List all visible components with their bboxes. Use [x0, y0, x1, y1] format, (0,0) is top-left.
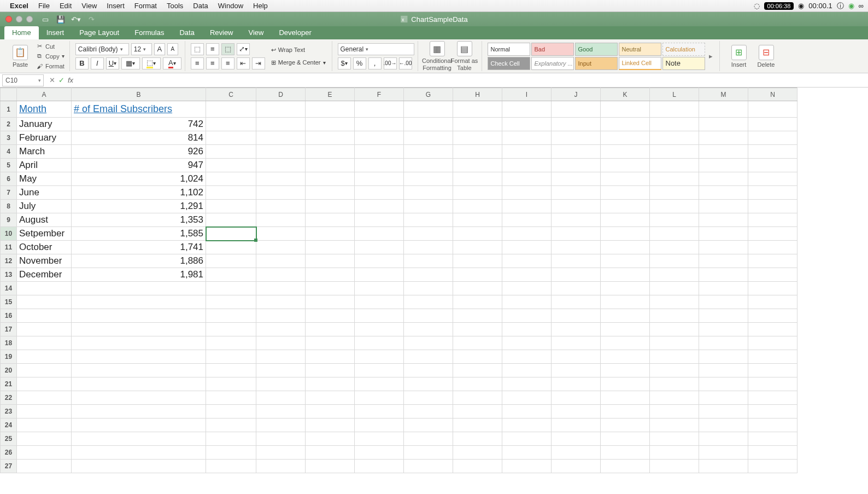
- cell-E17[interactable]: [306, 323, 355, 336]
- fill-handle[interactable]: [254, 239, 257, 242]
- enter-formula-icon[interactable]: ✓: [58, 76, 64, 84]
- cell-A22[interactable]: [17, 391, 72, 405]
- cell-D27[interactable]: [256, 460, 306, 473]
- cell-C9[interactable]: [206, 213, 256, 227]
- cell-F14[interactable]: [355, 282, 404, 295]
- cell-K5[interactable]: [601, 159, 650, 172]
- cell-I25[interactable]: [502, 432, 552, 446]
- cell-B19[interactable]: [72, 350, 206, 364]
- cell-G11[interactable]: [404, 241, 453, 254]
- cell-N25[interactable]: [748, 432, 797, 446]
- cell-F16[interactable]: [355, 309, 404, 323]
- cell-C16[interactable]: [206, 309, 256, 323]
- cell-M17[interactable]: [699, 323, 748, 336]
- cell-N9[interactable]: [748, 213, 797, 227]
- cell-E22[interactable]: [306, 391, 355, 405]
- cell-D14[interactable]: [256, 282, 306, 295]
- align-bottom-button[interactable]: ⬚: [221, 43, 234, 55]
- style-neutral[interactable]: Neutral: [619, 43, 661, 56]
- row-header-18[interactable]: 18: [1, 336, 17, 350]
- increase-decimal-button[interactable]: .00→: [384, 57, 397, 69]
- cell-M11[interactable]: [699, 241, 748, 254]
- row-header-21[interactable]: 21: [1, 377, 17, 391]
- cell-G9[interactable]: [404, 213, 453, 227]
- row-header-17[interactable]: 17: [1, 323, 17, 336]
- col-header-C[interactable]: C: [206, 88, 256, 101]
- cell-G21[interactable]: [404, 377, 453, 391]
- cell-A17[interactable]: [17, 323, 72, 336]
- percent-button[interactable]: %: [353, 57, 366, 69]
- cell-I14[interactable]: [502, 282, 552, 295]
- row-header-5[interactable]: 5: [1, 159, 17, 172]
- align-right-button[interactable]: ≡: [221, 57, 234, 69]
- cell-C7[interactable]: [206, 186, 256, 200]
- cell-B24[interactable]: [72, 419, 206, 432]
- cell-N13[interactable]: [748, 268, 797, 282]
- row-header-11[interactable]: 11: [1, 241, 17, 254]
- cell-B10[interactable]: 1,585: [72, 227, 206, 241]
- cell-H12[interactable]: [453, 254, 502, 268]
- cell-B20[interactable]: [72, 364, 206, 377]
- cell-M5[interactable]: [699, 159, 748, 172]
- row-header-9[interactable]: 9: [1, 213, 17, 227]
- cell-A10[interactable]: Setpember: [17, 227, 72, 241]
- col-header-B[interactable]: B: [72, 88, 206, 101]
- cell-K21[interactable]: [601, 377, 650, 391]
- cell-B2[interactable]: 742: [72, 118, 206, 131]
- cell-K25[interactable]: [601, 432, 650, 446]
- cell-F25[interactable]: [355, 432, 404, 446]
- cell-E21[interactable]: [306, 377, 355, 391]
- cell-F9[interactable]: [355, 213, 404, 227]
- menu-data[interactable]: Data: [193, 2, 208, 10]
- zoom-window[interactable]: [26, 16, 33, 22]
- cell-H27[interactable]: [453, 460, 502, 473]
- cell-D20[interactable]: [256, 364, 306, 377]
- style-check-cell[interactable]: Check Cell: [488, 57, 530, 70]
- font-size-select[interactable]: 12▾: [131, 43, 152, 55]
- cell-C10[interactable]: [206, 227, 256, 241]
- copy-button[interactable]: ⧉Copy▾: [34, 52, 66, 61]
- cell-M25[interactable]: [699, 432, 748, 446]
- cell-D15[interactable]: [256, 295, 306, 309]
- cell-J14[interactable]: [552, 282, 601, 295]
- cell-D5[interactable]: [256, 159, 306, 172]
- cell-D19[interactable]: [256, 350, 306, 364]
- cell-B3[interactable]: 814: [72, 131, 206, 145]
- row-header-4[interactable]: 4: [1, 145, 17, 159]
- cell-E8[interactable]: [306, 200, 355, 213]
- row-header-27[interactable]: 27: [1, 460, 17, 473]
- cell-B16[interactable]: [72, 309, 206, 323]
- cell-K11[interactable]: [601, 241, 650, 254]
- col-header-D[interactable]: D: [256, 88, 306, 101]
- cell-A26[interactable]: [17, 446, 72, 460]
- cell-J21[interactable]: [552, 377, 601, 391]
- app-badge-icon[interactable]: ◉: [848, 2, 854, 10]
- cell-E1[interactable]: [306, 101, 355, 118]
- cell-I7[interactable]: [502, 186, 552, 200]
- fx-label[interactable]: fx: [68, 76, 73, 84]
- cell-K3[interactable]: [601, 131, 650, 145]
- merge-center-button[interactable]: ⊞Merge & Center▾: [268, 57, 329, 68]
- cell-H11[interactable]: [453, 241, 502, 254]
- cell-J11[interactable]: [552, 241, 601, 254]
- cell-J5[interactable]: [552, 159, 601, 172]
- cell-L2[interactable]: [650, 118, 699, 131]
- increase-font-button[interactable]: A: [154, 43, 165, 55]
- cell-D25[interactable]: [256, 432, 306, 446]
- cell-G1[interactable]: [404, 101, 453, 118]
- cell-M3[interactable]: [699, 131, 748, 145]
- cell-C13[interactable]: [206, 268, 256, 282]
- cell-A14[interactable]: [17, 282, 72, 295]
- cell-M7[interactable]: [699, 186, 748, 200]
- cell-J12[interactable]: [552, 254, 601, 268]
- cell-J1[interactable]: [552, 101, 601, 118]
- number-format-select[interactable]: General▾: [338, 43, 414, 55]
- cell-L14[interactable]: [650, 282, 699, 295]
- cell-K24[interactable]: [601, 419, 650, 432]
- cell-N2[interactable]: [748, 118, 797, 131]
- cell-E26[interactable]: [306, 446, 355, 460]
- cell-I1[interactable]: [502, 101, 552, 118]
- cell-L6[interactable]: [650, 172, 699, 186]
- cell-K2[interactable]: [601, 118, 650, 131]
- cell-D8[interactable]: [256, 200, 306, 213]
